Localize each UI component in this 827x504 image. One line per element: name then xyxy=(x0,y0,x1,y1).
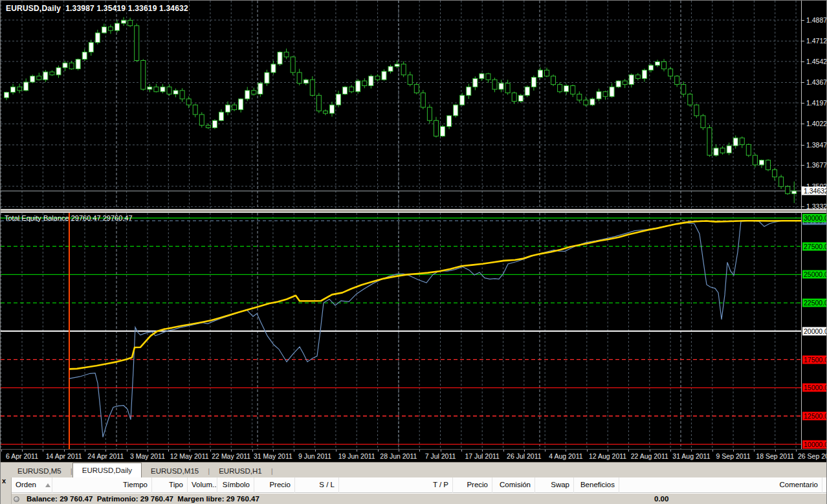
bull-candle xyxy=(733,138,738,146)
column-header-precio[interactable]: Precio xyxy=(453,477,492,493)
tab-eurusd-m15[interactable]: EURUSD,M15 xyxy=(142,465,208,477)
bear-candle xyxy=(199,115,204,126)
bull-candle xyxy=(278,52,282,65)
column-header-smbolo[interactable]: Símbolo xyxy=(217,477,254,493)
date-axis-tick xyxy=(210,450,211,452)
date-axis-tick xyxy=(85,450,85,452)
price-axis-tick xyxy=(802,41,804,41)
bear-candle xyxy=(349,87,354,91)
tab-eurusd-m5[interactable]: EURUSD,M5 xyxy=(8,465,71,477)
date-axis-label: 18 Sep 2011 xyxy=(756,452,794,460)
bull-candle xyxy=(89,43,93,52)
date-axis-label: 12 Aug 2011 xyxy=(589,452,626,460)
bull-candle xyxy=(395,64,399,67)
date-axis-tick xyxy=(399,450,399,452)
bull-candle xyxy=(538,70,542,77)
equity-level-box: 25000.0 xyxy=(802,270,827,279)
bid-price-box: 1.34632 xyxy=(802,187,827,195)
bear-candle xyxy=(486,74,491,80)
equity-level-box: 30000.0 xyxy=(802,214,827,223)
bull-candle xyxy=(525,87,529,95)
bull-candle xyxy=(265,72,269,83)
sort-ascending-icon xyxy=(45,483,50,487)
bull-candle xyxy=(564,85,569,91)
bear-candle xyxy=(154,87,159,91)
bull-candle xyxy=(239,99,243,110)
bear-candle xyxy=(427,107,432,120)
bear-candle xyxy=(193,105,197,115)
bull-candle xyxy=(122,20,126,23)
price-axis-tick xyxy=(802,124,804,124)
bear-candle xyxy=(688,94,692,105)
bull-candle xyxy=(43,72,48,80)
column-header-precio[interactable]: Precio xyxy=(254,477,295,493)
chart-title: EURUSD,Daily 1.33987 1.35419 1.33619 1.3… xyxy=(6,4,188,13)
column-header-swap[interactable]: Swap xyxy=(535,477,574,493)
price-axis-tick xyxy=(802,165,804,166)
price-axis-label: 1.41970 xyxy=(806,99,827,107)
price-axis[interactable]: 1.488701.471201.454201.436701.419701.402… xyxy=(801,1,827,209)
bear-candle xyxy=(141,61,146,90)
price-axis-label: 1.33320 xyxy=(806,203,827,209)
bull-candle xyxy=(473,78,478,87)
bear-candle xyxy=(635,75,640,79)
date-axis-tick xyxy=(1,450,2,452)
tab-separator-icon: | xyxy=(271,465,273,477)
price-axis-tick xyxy=(802,61,804,62)
tab-eurusd-daily[interactable]: EURUSD,Daily xyxy=(72,463,142,477)
column-header-tipo[interactable]: Tipo xyxy=(152,477,188,493)
price-axis-label: 1.38470 xyxy=(806,141,827,149)
bear-candle xyxy=(69,63,74,69)
bull-candle xyxy=(759,160,764,164)
price-chart[interactable] xyxy=(1,1,801,209)
column-header-tp[interactable]: T / P xyxy=(339,477,453,493)
tab-eurusd-h1[interactable]: EURUSD,H1 xyxy=(210,465,270,477)
column-header-comisin[interactable]: Comisión xyxy=(492,477,535,493)
bull-candle xyxy=(219,112,223,120)
bear-candle xyxy=(401,64,406,75)
date-axis-tick xyxy=(22,450,23,452)
date-axis-tick xyxy=(105,450,106,452)
equity-axis[interactable]: 30723.929760.4730000.027500.025000.02250… xyxy=(801,213,827,449)
price-axis-tick xyxy=(802,145,804,146)
equity-level-box: 10000.0 xyxy=(802,440,827,448)
date-axis-tick xyxy=(190,450,190,452)
date-axis-tick xyxy=(231,450,232,452)
date-axis-tick xyxy=(252,450,253,452)
column-header-orden[interactable]: Orden xyxy=(12,477,52,493)
price-axis-label: 1.45420 xyxy=(806,58,827,65)
close-icon[interactable]: x xyxy=(2,477,10,485)
bear-candle xyxy=(577,94,582,100)
date-axis-tick xyxy=(754,450,755,452)
column-header-tiempo[interactable]: Tiempo xyxy=(52,477,152,493)
column-header-sl[interactable]: S / L xyxy=(295,477,339,493)
profit-total: 0.00 xyxy=(654,495,668,503)
account-orb-icon xyxy=(14,496,19,502)
date-axis-tick xyxy=(670,450,671,452)
bear-candle xyxy=(551,76,556,85)
bear-candle xyxy=(232,105,237,109)
date-axis[interactable]: 6 Apr 201114 Apr 201124 Apr 20113 May 20… xyxy=(1,449,827,462)
date-axis-tick xyxy=(294,450,294,452)
date-axis-tick xyxy=(441,450,441,452)
date-axis-label: 22 May 2011 xyxy=(212,452,250,460)
terminal-header-row: OrdenTiempoTipoVolum...SímboloPrecioS / … xyxy=(1,477,827,493)
equity-indicator-label: Total Equity Balance 29760.47 29760.47 xyxy=(5,214,133,222)
bull-candle xyxy=(343,87,347,94)
equity-level-box: 12500.0 xyxy=(802,412,827,421)
column-header-comentario[interactable]: Comentario xyxy=(619,477,822,493)
equity-chart[interactable] xyxy=(1,213,801,449)
column-header-volum[interactable]: Volum... xyxy=(188,477,217,493)
bull-candle xyxy=(30,76,35,82)
column-header-beneficios[interactable]: Beneficios xyxy=(574,477,619,493)
date-axis-label: 3 May 2011 xyxy=(130,452,165,460)
bull-candle xyxy=(447,116,452,127)
date-axis-label: 7 Jul 2011 xyxy=(425,452,456,460)
chart-tabbar: EURUSD,M5|EURUSD,DailyEURUSD,M15|EURUSD,… xyxy=(1,462,827,477)
date-axis-tick xyxy=(566,450,566,452)
bear-candle xyxy=(284,52,289,57)
date-axis-tick xyxy=(796,450,797,452)
date-axis-label: 31 Aug 2011 xyxy=(672,452,710,460)
date-axis-label: 26 Jul 2011 xyxy=(507,452,542,460)
mt4-chart-window: EURUSD,Daily 1.33987 1.35419 1.33619 1.3… xyxy=(0,0,827,504)
